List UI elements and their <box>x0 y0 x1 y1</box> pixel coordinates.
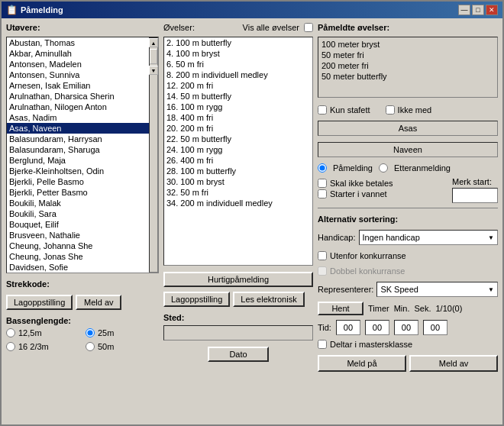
starter-i-vannet-checkbox[interactable] <box>318 189 327 198</box>
athlete-item[interactable]: Brusveen, Nathalie <box>7 230 149 240</box>
meld-pa-btn[interactable]: Meld på <box>318 355 406 372</box>
pool-16-2-3-radio[interactable] <box>6 342 15 351</box>
tid-row: Tid: <box>318 320 498 335</box>
athlete-item[interactable]: Arnesen, Isak Emilian <box>7 80 149 91</box>
athlete-item[interactable]: Asas, Naveen <box>7 123 149 134</box>
close-button[interactable]: ✕ <box>486 5 498 15</box>
vis-alle-row: Øvelser: Vis alle øvelser <box>163 23 313 32</box>
athlete-item[interactable]: Bjerke-Kleinholtsen, Odin <box>7 166 149 176</box>
min-field[interactable] <box>365 320 389 335</box>
exercise-item[interactable]: 30. 100 m bryst <box>164 176 312 187</box>
athletes-listbox[interactable]: Abustan, ThomasAkbar, AminullahAntonsen,… <box>7 37 149 273</box>
maximize-button[interactable]: □ <box>472 5 484 15</box>
frac-field[interactable] <box>423 320 447 335</box>
exercise-item[interactable]: 34. 200 m individuell medley <box>164 198 312 208</box>
pool-12-5: 12,5m <box>6 328 79 337</box>
exercise-item[interactable]: 14. 50 m butterfly <box>164 91 312 102</box>
exercise-item[interactable]: 8. 200 m individuell medley <box>164 69 312 80</box>
exercise-item[interactable]: 6. 50 m fri <box>164 59 312 69</box>
exercise-item[interactable]: 4. 100 m bryst <box>164 48 312 59</box>
exercise-item[interactable]: 2. 100 m butterfly <box>164 37 312 48</box>
dato-btn[interactable]: Dato <box>208 347 269 362</box>
athlete-item[interactable]: Cheung, Johanna She <box>7 240 149 251</box>
athlete-item[interactable]: Arulnathan, Dharsica Sherin <box>7 91 149 102</box>
exercise-item[interactable]: 16. 100 m rygg <box>164 102 312 112</box>
skal-ikke-betales-checkbox[interactable] <box>318 179 327 188</box>
pamelding-radio[interactable] <box>318 163 327 173</box>
scroll-thumb[interactable] <box>150 49 157 64</box>
lagoppstilling-btn-middle[interactable]: Lagoppstilling <box>163 292 230 307</box>
pameldte-list[interactable]: 100 meter bryst50 meter fri200 meter fri… <box>318 37 498 98</box>
exercises-listbox[interactable]: 2. 100 m butterfly4. 100 m bryst6. 50 m … <box>164 37 312 265</box>
pamelding-radio-label: Påmelding <box>333 163 373 173</box>
athlete-item[interactable]: Boukili, Malak <box>7 198 149 208</box>
dobbel-konkurranse-checkbox[interactable] <box>318 266 327 276</box>
exercise-item[interactable]: 28. 100 m butterfly <box>164 166 312 176</box>
sted-input[interactable] <box>163 325 313 340</box>
minimize-button[interactable]: — <box>458 5 470 15</box>
tid-label: Tid: <box>318 323 331 332</box>
kun-stafett-row: Kun stafett Ikke med <box>318 104 498 116</box>
athlete-item[interactable]: Akbar, Aminullah <box>7 48 149 59</box>
pool-12-5-radio[interactable] <box>6 328 15 337</box>
athlete-item[interactable]: Asas, Nadim <box>7 112 149 123</box>
handicap-dropdown[interactable]: Ingen handicap ▼ <box>359 230 498 245</box>
athlete-item[interactable]: Berglund, Maja <box>7 155 149 166</box>
athlete-item[interactable]: Antonsen, Madelen <box>7 59 149 69</box>
representerer-dropdown[interactable]: SK Speed ▼ <box>376 282 498 297</box>
min-label: Min. <box>394 304 410 313</box>
exercise-item[interactable]: 20. 200 m fri <box>164 123 312 134</box>
meld-av-btn-left[interactable]: Meld av <box>76 295 121 310</box>
lagoppstilling-btn-left[interactable]: Lagoppstilling <box>6 295 73 310</box>
merk-start-label: Merk start: <box>452 177 492 186</box>
exercise-item[interactable]: 32. 50 m fri <box>164 187 312 198</box>
main-window: 📋 Påmelding — □ ✕ Utøvere: Abustan, Thom… <box>0 0 504 426</box>
athlete-item[interactable]: Bjerkli, Pelle Basmo <box>7 176 149 187</box>
alt-sort-row: Alternativ sortering: <box>318 215 498 224</box>
left-panel: Utøvere: Abustan, ThomasAkbar, Aminullah… <box>6 23 159 420</box>
scroll-down-arrow[interactable]: ▼ <box>149 66 158 75</box>
sek-field[interactable] <box>394 320 418 335</box>
exercise-item[interactable]: 24. 100 m rygg <box>164 144 312 155</box>
etteranmelding-radio[interactable] <box>379 163 388 173</box>
hent-btn[interactable]: Hent <box>318 302 363 315</box>
athlete-item[interactable]: Bjerkli, Petter Basmo <box>7 187 149 198</box>
pool-options-grid: 12,5m 25m 16 2/3m 50m <box>6 327 159 353</box>
athlete-item[interactable]: Antonsen, Sunniva <box>7 69 149 80</box>
utovere-label: Utøvere: <box>6 23 159 32</box>
pool-25-radio[interactable] <box>86 328 95 337</box>
athlete-item[interactable]: Boukili, Sara <box>7 208 149 219</box>
les-elektronisk-btn[interactable]: Les elektronisk <box>233 292 304 307</box>
merk-start-field[interactable] <box>452 188 498 203</box>
kun-stafett-checkbox[interactable] <box>318 105 327 115</box>
athlete-item[interactable]: Abustan, Thomas <box>7 37 149 48</box>
hurtigpåmelding-btn[interactable]: Hurtigpåmelding <box>163 272 313 287</box>
athletes-scrollbar[interactable]: ▲ ▼ <box>149 37 158 273</box>
exercise-item[interactable]: 12. 200 m fri <box>164 80 312 91</box>
timer-field[interactable] <box>336 320 360 335</box>
exercise-item[interactable]: 26. 400 m fri <box>164 155 312 166</box>
vis-alle-checkbox[interactable] <box>304 23 313 32</box>
exercise-item[interactable]: 18. 400 m fri <box>164 112 312 123</box>
meld-av-btn-right[interactable]: Meld av <box>409 355 498 372</box>
handicap-label: Handicap: <box>318 233 356 242</box>
pameldt-exercise-item: 50 meter butterfly <box>320 71 496 82</box>
athlete-item[interactable]: Cheung, Jonas She <box>7 251 149 262</box>
athlete-item[interactable]: Davidsen, Sofie <box>7 262 149 273</box>
utenfor-konkurranse-row: Utenfor konkurranse <box>318 251 498 260</box>
ikke-med-checkbox[interactable] <box>386 105 395 115</box>
athlete-item[interactable]: Balasundaram, Sharuga <box>7 144 149 155</box>
pameldt-exercise-item: 200 meter fri <box>320 60 496 71</box>
athlete-item[interactable]: Bouquet, Eilif <box>7 219 149 230</box>
pool-50-radio[interactable] <box>86 342 95 351</box>
scroll-up-arrow[interactable]: ▲ <box>149 38 158 47</box>
utenfor-konkurranse-checkbox[interactable] <box>318 251 327 260</box>
exercise-item[interactable]: 22. 50 m butterfly <box>164 134 312 144</box>
exercises-listbox-container: 2. 100 m butterfly4. 100 m bryst6. 50 m … <box>163 37 313 266</box>
dobbel-konkurranse-row: Dobbel konkurranse <box>318 266 498 276</box>
strekkode-label: Strekkode: <box>6 279 159 289</box>
mastersklasse-checkbox[interactable] <box>318 340 327 349</box>
athlete-item[interactable]: Arulnathan, Nilogen Anton <box>7 102 149 112</box>
last-name-display: Naveen <box>318 142 498 157</box>
athlete-item[interactable]: Balasundaram, Harrysan <box>7 134 149 144</box>
